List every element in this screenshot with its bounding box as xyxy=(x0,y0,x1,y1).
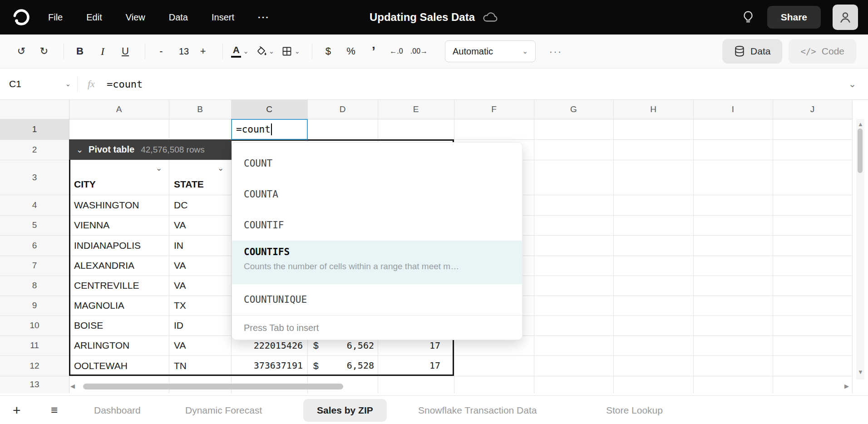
chevron-down-icon[interactable]: ⌄ xyxy=(243,47,249,55)
cell-name-box[interactable]: C1 ⌄ xyxy=(0,79,77,89)
vertical-scrollbar-thumb[interactable] xyxy=(858,128,863,173)
pivot-header-state[interactable]: STATE xyxy=(174,177,204,192)
text-color-letter: A xyxy=(233,45,240,54)
borders-button[interactable]: ⌄ xyxy=(280,41,302,61)
column-header-j[interactable]: J xyxy=(773,100,852,119)
sheet-list-button[interactable]: ≡ xyxy=(51,396,58,424)
column-header-g[interactable]: G xyxy=(534,100,613,119)
toolbar-divider xyxy=(222,44,223,59)
tab-sales-by-zip-active[interactable]: Sales by ZIP xyxy=(303,399,387,422)
text-color-button[interactable]: A ⌄ xyxy=(229,41,251,61)
cell-city[interactable]: ARLINGTON xyxy=(74,335,129,355)
chevron-down-icon[interactable]: ⌄ xyxy=(294,47,300,55)
redo-button[interactable]: ↻ xyxy=(35,41,54,61)
autocomplete-item-countif[interactable]: COUNTIF xyxy=(232,210,522,241)
column-header-e[interactable]: E xyxy=(378,100,454,119)
gridline-v xyxy=(852,100,853,393)
autocomplete-item-counta[interactable]: COUNTA xyxy=(232,179,522,210)
cell-city[interactable]: CENTREVILLE xyxy=(74,276,139,296)
data-view-button[interactable]: Data xyxy=(722,39,782,64)
autocomplete-item-count[interactable]: COUNT xyxy=(232,148,522,179)
menu-data[interactable]: Data xyxy=(169,12,188,23)
cell-count[interactable]: 17 xyxy=(378,355,440,376)
column-header-c[interactable]: C xyxy=(231,100,307,119)
formula-bar-expand-chevron[interactable]: ⌄ xyxy=(848,79,856,89)
menu-insert[interactable]: Insert xyxy=(212,12,234,23)
percent-format-button[interactable]: % xyxy=(341,41,360,61)
cell-state[interactable]: VA xyxy=(174,215,186,235)
underline-button[interactable]: U xyxy=(116,41,135,61)
increase-decimal-button[interactable]: .00→ xyxy=(409,41,429,61)
toolbar-more-button[interactable]: ··· xyxy=(549,46,562,57)
cell-state[interactable]: IN xyxy=(174,235,183,256)
code-view-button[interactable]: </> Code xyxy=(789,39,856,64)
currency-format-button[interactable]: $ xyxy=(319,41,338,61)
scroll-left-icon[interactable]: ◀ xyxy=(70,383,75,389)
row-header-1[interactable]: 1 xyxy=(0,119,69,139)
scroll-up-icon[interactable]: ▲ xyxy=(858,121,863,128)
assistant-bulb-icon[interactable] xyxy=(741,10,755,25)
autocomplete-item-countunique[interactable]: COUNTUNIQUE xyxy=(232,284,522,315)
font-size-increase-button[interactable]: + xyxy=(193,41,212,61)
column-header-b[interactable]: B xyxy=(169,100,231,119)
pivot-filter-chevron-city[interactable]: ⌄ xyxy=(153,163,164,173)
cell-state[interactable]: ID xyxy=(174,316,183,335)
column-header-h[interactable]: H xyxy=(613,100,693,119)
tab-dashboard[interactable]: Dashboard xyxy=(94,396,141,424)
cell-city[interactable]: OOLTEWAH xyxy=(74,355,128,376)
row-header-2[interactable]: 2 xyxy=(0,139,69,160)
cell-state[interactable]: VA xyxy=(174,256,186,276)
formula-input[interactable]: =count xyxy=(107,79,143,90)
number-format-value: Automatic xyxy=(453,46,493,57)
scroll-right-icon[interactable]: ▶ xyxy=(844,383,849,389)
app-logo[interactable] xyxy=(10,6,33,29)
tab-snowflake-transaction-data[interactable]: Snowflake Transaction Data xyxy=(418,396,537,424)
font-size-value[interactable]: 13 xyxy=(179,46,189,57)
pivot-header-city[interactable]: CITY xyxy=(74,177,96,192)
cell-city[interactable]: WASHINGTON xyxy=(74,195,139,215)
autocomplete-item-countifs-selected[interactable]: COUNTIFS Counts the number of cells with… xyxy=(232,241,522,284)
column-header-i[interactable]: I xyxy=(693,100,773,119)
row-header-3[interactable]: 3 xyxy=(0,160,69,195)
scroll-down-icon[interactable]: ▼ xyxy=(858,369,863,375)
column-header-d[interactable]: D xyxy=(307,100,378,119)
number-format-select[interactable]: Automatic ⌄ xyxy=(445,40,536,62)
pivot-collapse-chevron-icon[interactable]: ⌄ xyxy=(76,145,83,155)
comma-format-button[interactable]: ’ xyxy=(364,41,383,61)
decrease-decimal-button[interactable]: ←.0 xyxy=(387,41,406,61)
horizontal-scrollbar-thumb[interactable] xyxy=(83,384,343,389)
cell-city[interactable]: BOISE xyxy=(74,316,103,335)
font-size-decrease-button[interactable]: - xyxy=(152,41,171,61)
chevron-down-icon[interactable]: ⌄ xyxy=(269,47,275,55)
cell-state[interactable]: VA xyxy=(174,276,186,296)
tab-dynamic-forecast[interactable]: Dynamic Forecast xyxy=(185,396,262,424)
cell-city[interactable]: VIENNA xyxy=(74,215,109,235)
add-sheet-button[interactable]: + xyxy=(13,396,21,424)
pivot-filter-chevron-state[interactable]: ⌄ xyxy=(215,163,226,173)
cell-city[interactable]: MAGNOLIA xyxy=(74,296,124,316)
menu-file[interactable]: File xyxy=(48,12,63,23)
cell-zip[interactable]: 373637191 xyxy=(231,355,303,376)
cell-amount[interactable]: 6,528 xyxy=(318,355,374,376)
cell-state[interactable]: TN xyxy=(174,355,187,376)
menu-edit[interactable]: Edit xyxy=(86,12,102,23)
column-header-a[interactable]: A xyxy=(69,100,169,119)
fill-color-button[interactable]: ⌄ xyxy=(254,41,276,61)
column-header-f[interactable]: F xyxy=(454,100,534,119)
undo-button[interactable]: ↺ xyxy=(12,41,31,61)
pivot-badge[interactable]: ⌄ Pivot table 42,576,508 rows xyxy=(69,139,232,160)
tab-store-lookup[interactable]: Store Lookup xyxy=(606,396,663,424)
cell-state[interactable]: VA xyxy=(174,335,186,355)
cell-city[interactable]: ALEXANDRIA xyxy=(74,256,134,276)
italic-button[interactable]: I xyxy=(93,41,112,61)
bold-button[interactable]: B xyxy=(70,41,89,61)
menu-view[interactable]: View xyxy=(126,12,145,23)
cell-state[interactable]: DC xyxy=(174,195,187,215)
avatar-button[interactable] xyxy=(833,5,858,30)
share-button[interactable]: Share xyxy=(767,6,821,29)
cell-city[interactable]: INDIANAPOLIS xyxy=(74,235,141,256)
cell-state[interactable]: TX xyxy=(174,296,186,316)
menu-more-button[interactable]: ··· xyxy=(258,12,270,23)
active-cell-c1[interactable]: =count xyxy=(231,119,308,140)
row-header-13[interactable]: 13 xyxy=(0,376,69,393)
